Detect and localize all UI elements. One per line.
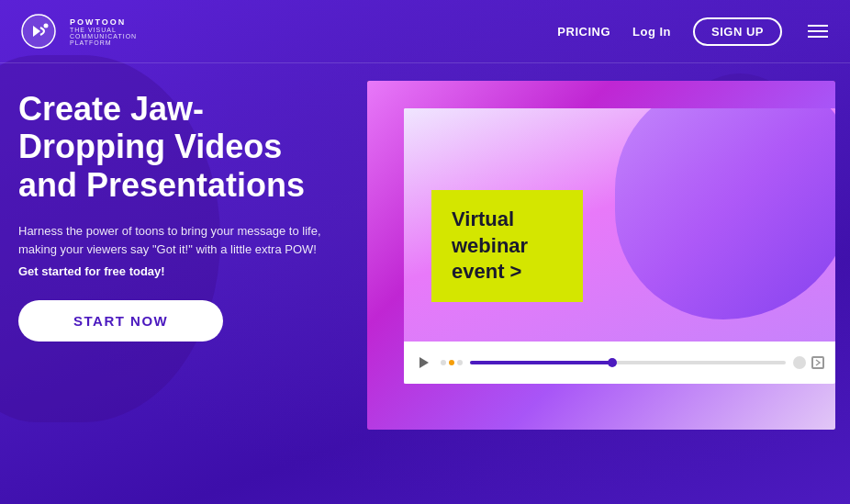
- hero-cta-text: Get started for free today!: [18, 264, 349, 278]
- header: POWTOON THE VISUAL COMMUNICATION PLATFOR…: [0, 0, 850, 62]
- chevron-right-icon: [811, 356, 824, 369]
- progress-bar[interactable]: [470, 361, 786, 364]
- hero-description: Harness the power of toons to bring your…: [18, 222, 349, 259]
- time-dot-1: [441, 360, 446, 365]
- webinar-card: Virtual webinar event >: [431, 190, 583, 302]
- brand-tagline-1: THE VISUAL: [70, 27, 137, 33]
- play-triangle-icon: [419, 357, 429, 368]
- pricing-link[interactable]: PRICING: [557, 25, 610, 39]
- webinar-card-text: Virtual webinar event >: [452, 207, 528, 283]
- hamburger-menu-button[interactable]: [804, 21, 832, 41]
- hero-right: Virtual webinar event >: [367, 81, 835, 430]
- start-now-button[interactable]: START NOW: [18, 300, 223, 342]
- logo-icon: [18, 11, 59, 51]
- video-container[interactable]: Virtual webinar event >: [367, 81, 835, 430]
- login-link[interactable]: Log In: [632, 25, 671, 39]
- play-button[interactable]: [415, 353, 433, 372]
- timeline-icon-1: [793, 356, 806, 369]
- video-inner: Virtual webinar event >: [367, 81, 835, 430]
- presentation-frame: Virtual webinar event >: [404, 108, 835, 384]
- video-controls: [404, 342, 835, 384]
- hamburger-line-1: [808, 25, 828, 27]
- hamburger-line-3: [808, 36, 828, 38]
- brand-tagline-3: PLATFORM: [70, 39, 137, 46]
- logo-area: POWTOON THE VISUAL COMMUNICATION PLATFOR…: [18, 11, 137, 51]
- logo-text: POWTOON THE VISUAL COMMUNICATION PLATFOR…: [70, 17, 137, 46]
- timeline-controls: [793, 356, 824, 369]
- blob-decoration: [615, 108, 835, 319]
- signup-button[interactable]: SIGN UP: [693, 17, 782, 46]
- svg-point-1: [44, 24, 49, 28]
- hero-left: Create Jaw-Dropping Videos and Presentat…: [18, 90, 349, 342]
- time-dot-3: [457, 360, 463, 365]
- time-indicators: [441, 360, 463, 365]
- main-content: Create Jaw-Dropping Videos and Presentat…: [0, 62, 850, 448]
- hamburger-line-2: [808, 30, 828, 32]
- progress-bar-fill: [470, 361, 612, 364]
- header-nav: PRICING Log In SIGN UP: [557, 17, 832, 46]
- hero-headline: Create Jaw-Dropping Videos and Presentat…: [18, 90, 349, 204]
- progress-thumb: [608, 358, 617, 367]
- time-dot-2: [449, 360, 454, 365]
- brand-tagline-2: COMMUNICATION: [70, 33, 137, 39]
- brand-name: POWTOON: [70, 17, 137, 27]
